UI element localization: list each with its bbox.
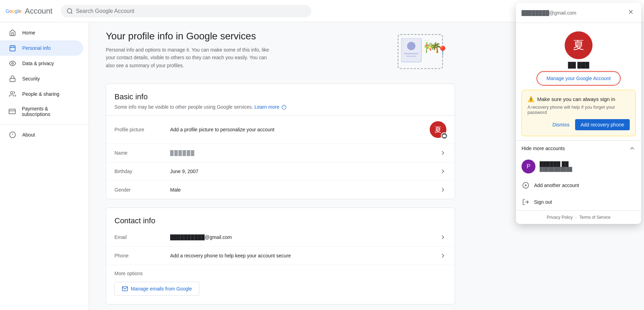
privacy-policy-link[interactable]: Privacy Policy [547, 215, 573, 220]
credit-card-icon [8, 108, 16, 115]
email-icon [122, 286, 128, 292]
phone-row[interactable]: Phone Add a recovery phone to help keep … [106, 247, 455, 265]
sign-out-label: Sign out [534, 199, 552, 205]
sidebar-label-security: Security [22, 76, 40, 82]
profile-picture-value: Add a profile picture to personalize you… [170, 127, 430, 132]
warning-actions: Dismiss Add recovery phone [527, 119, 630, 130]
warning-title: ⚠️ Make sure you can always sign in [527, 96, 630, 102]
sidebar-label-data-privacy: Data & privacy [22, 61, 54, 66]
phone-label: Phone [114, 253, 170, 258]
secondary-account-email: ███████████ [540, 167, 636, 172]
profile-picture-row[interactable]: Profile picture Add a profile picture to… [106, 116, 455, 144]
sidebar-item-data-privacy[interactable]: Data & privacy [0, 56, 83, 71]
sidebar-item-people-sharing[interactable]: People & sharing [0, 86, 83, 102]
learn-more-link[interactable]: Learn more [254, 104, 286, 110]
name-label: Name [114, 150, 170, 156]
home-icon [8, 29, 17, 36]
name-chevron-icon [439, 149, 446, 156]
gender-label: Gender [114, 187, 170, 193]
close-icon [627, 8, 634, 15]
footer-separator: · [575, 215, 577, 220]
profile-avatar: 夏 [430, 121, 446, 138]
gender-row[interactable]: Gender Male [106, 181, 455, 199]
warning-banner: ⚠️ Make sure you can always sign in A re… [522, 90, 636, 136]
sidebar-item-security[interactable]: Security [0, 71, 83, 86]
terms-of-service-link[interactable]: Terms of Service [579, 215, 610, 220]
page-header-text: Your profile info in Google services Per… [106, 31, 273, 69]
search-bar[interactable] [61, 5, 311, 17]
secondary-account-row[interactable]: P ██████ ██ ███████████ [516, 156, 641, 177]
add-account-label: Add another account [534, 183, 579, 188]
sign-out-row[interactable]: Sign out [516, 194, 641, 210]
accounts-section: Hide more accounts P ██████ ██ █████████… [516, 140, 641, 210]
contact-info-card: Contact info Email ██████████@gmail.com … [106, 208, 455, 304]
svg-point-0 [67, 8, 72, 13]
add-recovery-phone-button[interactable]: Add recovery phone [575, 119, 630, 130]
sidebar-label-payments: Payments & subscriptions [22, 106, 75, 117]
illus-pin-emoji: 📍 [437, 45, 449, 57]
sidebar-label-home: Home [22, 30, 35, 36]
secondary-account-avatar: P [522, 160, 535, 173]
search-icon [66, 8, 73, 15]
chevron-up-icon [629, 145, 636, 152]
name-row[interactable]: Name ██████ [106, 144, 455, 162]
page-header: Your profile info in Google services Per… [106, 31, 455, 72]
manage-account-button[interactable]: Manage your Google Account [538, 72, 619, 84]
birthday-chevron-icon [439, 168, 446, 175]
add-account-row[interactable]: Add another account [516, 177, 641, 194]
sidebar-item-payments[interactable]: Payments & subscriptions [0, 102, 83, 121]
search-input[interactable] [76, 8, 306, 14]
email-label: Email [114, 234, 170, 240]
sidebar-label-personal-info: Personal info [22, 45, 51, 51]
camera-badge [441, 132, 448, 139]
secondary-account-name: ██████ ██ [540, 161, 636, 167]
popup-header: ████████@gmail.com [516, 3, 641, 23]
person-icon [8, 45, 17, 52]
sidebar-label-people-sharing: People & sharing [22, 91, 59, 97]
birthday-row[interactable]: Birthday June 9, 2007 [106, 162, 455, 181]
manage-emails-button[interactable]: Manage emails from Google [114, 282, 199, 296]
add-account-icon [522, 181, 530, 189]
main-content: Your profile info in Google services Per… [89, 22, 472, 310]
dismiss-button[interactable]: Dismiss [552, 122, 570, 127]
profile-picture-label: Profile picture [114, 127, 170, 132]
more-options[interactable]: More options [106, 265, 455, 282]
accounts-header-label: Hide more accounts [522, 146, 565, 151]
name-value: ██████ [170, 150, 439, 156]
gender-chevron-icon [439, 186, 446, 193]
phone-chevron-icon [439, 252, 446, 259]
svg-point-17 [12, 63, 14, 64]
secondary-account-info: ██████ ██ ███████████ [540, 161, 636, 172]
svg-rect-28 [406, 56, 416, 57]
gender-value: Male [170, 187, 439, 193]
sidebar-item-personal-info[interactable]: Personal info [0, 40, 83, 56]
popup-avatar: 夏 [565, 31, 593, 59]
sign-out-icon [522, 198, 530, 206]
manage-emails-label: Manage emails from Google [131, 286, 192, 292]
illus-profile-card [401, 38, 422, 63]
sidebar-item-home[interactable]: Home [0, 25, 83, 40]
info-circle-icon [281, 105, 286, 110]
people-icon [8, 91, 17, 98]
accounts-header[interactable]: Hide more accounts [516, 141, 641, 156]
contact-info-title: Contact info [106, 208, 455, 228]
popup-email: ████████@gmail.com [522, 10, 576, 16]
popup-footer: Privacy Policy · Terms of Service [516, 210, 641, 224]
google-logo-text: Google [6, 8, 21, 14]
birthday-value: June 9, 2007 [170, 169, 439, 174]
google-account-logo[interactable]: Google Account [6, 7, 53, 16]
phone-value: Add a recovery phone to help keep your a… [170, 253, 439, 258]
account-popup: ████████@gmail.com 夏 ██ ███ Manage your … [516, 3, 641, 224]
svg-rect-13 [10, 46, 15, 51]
email-row[interactable]: Email ██████████@gmail.com [106, 228, 455, 247]
svg-rect-20 [9, 109, 15, 114]
sidebar-item-about[interactable]: About [0, 127, 83, 142]
popup-close-button[interactable] [626, 7, 636, 18]
email-chevron-icon [439, 234, 446, 241]
basic-info-title: Basic info [106, 84, 455, 104]
svg-point-26 [407, 42, 415, 50]
basic-info-card: Basic info Some info may be visible to o… [106, 84, 455, 199]
birthday-label: Birthday [114, 169, 170, 174]
lock-icon [8, 75, 17, 82]
account-logo-text: Account [25, 7, 53, 16]
